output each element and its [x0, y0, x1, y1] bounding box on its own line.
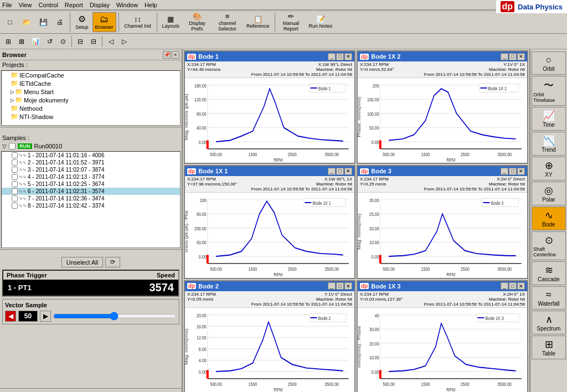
sample-item-5[interactable]: ∿∿ 5 - 2011-07-14 11:02:25 - 3674 [2, 180, 180, 188]
bode1x1-minimize[interactable]: _ [328, 168, 336, 175]
chart-bode2-area[interactable]: Mag. mm/s(rms) 20.00 16.00 12.00 8.00 4.… [185, 308, 354, 392]
sample-check-3[interactable] [12, 167, 18, 173]
vector-value-input[interactable] [18, 311, 38, 322]
display-prefs-button[interactable]: 🎨 Display Prefs [183, 12, 211, 32]
bode2-minimize[interactable]: _ [328, 282, 336, 290]
sidebar-tool-shaft-centerline[interactable]: ⊙ Shaft Centerline [532, 231, 566, 260]
sample-item-3[interactable]: ∿∿ 3 - 2011-07-14 11:02:07 - 3874 [2, 166, 180, 173]
tree-item-menustart[interactable]: ▷ 📁 Menu Start [2, 87, 180, 96]
bode1-maximize[interactable]: □ [336, 53, 344, 60]
run-checkbox[interactable] [9, 143, 16, 149]
unselect-all-button[interactable]: Unselect All [61, 257, 103, 267]
sample-check-4[interactable] [12, 174, 18, 180]
sample-check-8[interactable] [12, 203, 18, 209]
tree-item-ntishadow[interactable]: 📁 NTI-Shadow [2, 112, 180, 121]
layouts-button[interactable]: ▦ Layouts [159, 12, 183, 32]
menu-view[interactable]: View [19, 2, 32, 8]
bode1-close[interactable]: ✕ [344, 53, 352, 60]
tb2-btn3[interactable]: 📊 [29, 35, 43, 48]
bode1x1-maximize[interactable]: □ [336, 168, 344, 175]
sidebar-tool-xy[interactable]: ⊕ XY [532, 157, 566, 180]
menu-file[interactable]: File [2, 2, 12, 8]
chart-bode1-area[interactable]: Mag. microns (pk-pk) 180.00 120.00 80.00… [185, 78, 354, 163]
print-button[interactable]: 🖨 [52, 16, 68, 29]
bode2-close[interactable]: ✕ [344, 282, 352, 290]
samples-scrollbar[interactable] [0, 249, 182, 256]
sample-item-2[interactable]: ∿∿ 2 - 2011-07-14 11:01:52 - 3971 [2, 159, 180, 166]
sample-check-7[interactable] [12, 195, 18, 202]
sample-check-1[interactable] [12, 152, 18, 158]
bode3-close[interactable]: ✕ [517, 168, 525, 175]
vector-prev-button[interactable]: ◀ [5, 311, 16, 322]
sample-item-8[interactable]: ∿∿ 8 - 2011-07-14 11:02:42 - 3374 [2, 202, 180, 209]
sidebar-tool-time[interactable]: 📈 Time [532, 107, 566, 131]
svg-text:RPM: RPM [274, 387, 282, 392]
reference-button[interactable]: 📋 Reference [244, 12, 272, 32]
vector-next-button[interactable]: ▶ [40, 311, 51, 322]
tb2-btn6[interactable]: ⊟ [74, 35, 86, 48]
sample-item-4[interactable]: ∿∿ 4 - 2011-07-14 11:02:13 - 3774 [2, 173, 180, 180]
bode1x3-maximize[interactable]: □ [509, 282, 517, 290]
sidebar-tool-bode[interactable]: ∿ Bode [532, 207, 566, 230]
sidebar-tool-cascade[interactable]: ≋ Cascade [532, 261, 566, 285]
bode1x2-maximize[interactable]: □ [509, 53, 517, 60]
bode1x3-minimize[interactable]: _ [501, 282, 508, 290]
menu-window[interactable]: Window [116, 2, 138, 8]
tree-item-nethood[interactable]: 📁 Nethood [2, 104, 180, 112]
sidebar-tool-table[interactable]: ⊞ Table [532, 336, 566, 359]
bode1x2-minimize[interactable]: _ [501, 53, 508, 60]
browser-close-btn[interactable]: × [172, 51, 179, 59]
browser-hscrollbar[interactable] [0, 388, 182, 392]
run-notes-button[interactable]: 📝 Run Notes [306, 12, 336, 32]
sidebar-tool-trend[interactable]: 📉 Trend [532, 132, 566, 156]
tb2-btn9[interactable]: ▷ [118, 35, 130, 48]
refresh-button[interactable]: ⟳ [105, 257, 120, 267]
sidebar-tool-polar[interactable]: ◎ Polar [532, 182, 566, 205]
manual-report-button[interactable]: ✏ Manual Report [277, 12, 305, 32]
sample-check-2[interactable] [12, 159, 18, 166]
browser-pin-btn[interactable]: 📌 [163, 51, 171, 59]
tb2-btn8[interactable]: ◁ [105, 35, 117, 48]
menu-help[interactable]: Help [145, 2, 157, 8]
sample-check-5[interactable] [12, 181, 18, 187]
sidebar-tool-orbit-timebase[interactable]: 〜 Orbit Timebase [532, 76, 566, 106]
sample-check-6[interactable] [12, 188, 18, 194]
tree-item-mojedok[interactable]: ▷ 📁 Moje dokumenty [2, 96, 180, 104]
new-button[interactable]: □ [2, 16, 18, 29]
tb2-btn2[interactable]: ⊠ [16, 35, 28, 48]
menu-control[interactable]: Control [38, 2, 58, 8]
tree-item-ietld[interactable]: 📁 IETldCache [2, 79, 180, 87]
tree-item-iecompat[interactable]: 📁 IECompatCache [2, 71, 180, 79]
bode2-maximize[interactable]: □ [336, 282, 344, 290]
sidebar-tool-waterfall[interactable]: ≈ Waterfall [532, 286, 566, 310]
tb2-btn5[interactable]: ⊙ [57, 35, 69, 48]
sidebar-tool-orbit[interactable]: ○ Orbit [532, 51, 566, 75]
tb2-btn1[interactable]: ⊞ [2, 35, 14, 48]
vector-slider[interactable] [53, 312, 177, 320]
bode1x2-close[interactable]: ✕ [517, 53, 525, 60]
channel-ind-button[interactable]: ↕↕ Channel Ind [121, 12, 154, 32]
chart-bode3-area[interactable]: Mag. mm/s(rms) 35.00 25.00 20.00 10.00 0… [358, 193, 527, 277]
sample-item-1[interactable]: ∿∿ 1 - 2011-07-14 11:01:16 - 4006 [2, 152, 180, 159]
bode1-minimize[interactable]: _ [328, 53, 336, 60]
tb2-btn4[interactable]: ↺ [44, 35, 56, 48]
bode3-maximize[interactable]: □ [509, 168, 517, 175]
browser-button[interactable]: 🗂 Browser [92, 12, 116, 32]
chart-bode1x3-area[interactable]: mm/s(rms) : Phase 40 30.00 20.00 10.00 0… [358, 308, 527, 392]
bode1x1-close[interactable]: ✕ [344, 168, 352, 175]
chart-bode1x1-area[interactable]: crons (pk-pk) : Pha 100 80.00 200.00 50.… [185, 193, 354, 277]
tree-scrollbar[interactable] [0, 127, 182, 133]
bode1x3-close[interactable]: ✕ [517, 282, 525, 290]
menu-report[interactable]: Report [65, 2, 83, 8]
bode3-minimize[interactable]: _ [501, 168, 508, 175]
save-button[interactable]: 💾 [35, 16, 51, 29]
sidebar-tool-spectrum[interactable]: ∧ Spectrum [532, 311, 566, 334]
menu-display[interactable]: Display [90, 2, 110, 8]
open-button[interactable]: 📂 [19, 16, 34, 29]
sample-item-6[interactable]: ∿∿ 6 - 2011-07-14 11:02:31 - 3574 [2, 188, 180, 195]
sample-item-7[interactable]: ∿∿ 7 - 2011-07-14 11:02:36 - 3474 [2, 195, 180, 202]
setup-button[interactable]: ⚙ Setup [73, 12, 91, 32]
chart-bode1x2-area[interactable]: Phase, mm/s(rms) 200 150.00 100.00 50.00… [358, 78, 527, 163]
channel-selector-button[interactable]: ≡ channel Selector [212, 12, 243, 32]
tb2-btn7[interactable]: ⊟ [87, 35, 100, 48]
